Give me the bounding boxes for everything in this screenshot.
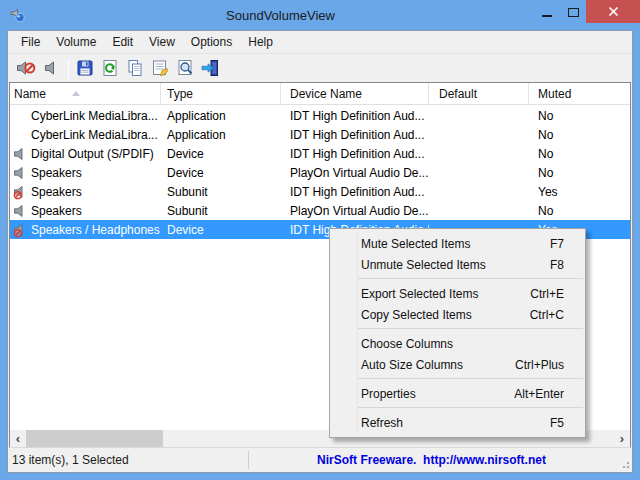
- table-row[interactable]: Digital Output (S/PDIF) Device IDT High …: [10, 144, 630, 163]
- menu-item-label: Export Selected Items: [361, 287, 478, 301]
- speaker-icon: [13, 203, 29, 219]
- cell-name: CyberLink MediaLibra...: [29, 109, 158, 123]
- mute-selected-button[interactable]: [14, 56, 38, 80]
- menu-item-volume[interactable]: Volume: [48, 32, 104, 52]
- column-header-default[interactable]: Default: [429, 83, 529, 104]
- minimize-icon: [542, 15, 552, 17]
- menu-item-label: Refresh: [361, 416, 403, 430]
- context-menu-item-copy[interactable]: Copy Selected Items Ctrl+C: [330, 304, 585, 325]
- chevron-left-icon: ‹: [16, 432, 20, 445]
- column-header-muted[interactable]: Muted: [529, 83, 630, 104]
- menu-item-edit[interactable]: Edit: [104, 32, 141, 52]
- exit-door-icon: [200, 58, 220, 78]
- cell-type: Subunit: [161, 185, 281, 199]
- menu-separator: [358, 328, 583, 329]
- context-menu-item-choose-columns[interactable]: Choose Columns: [330, 333, 585, 354]
- toolbar-separator: [68, 59, 69, 78]
- column-header-name[interactable]: Name: [10, 83, 161, 104]
- cell-muted: No: [529, 166, 630, 180]
- speaker-icon: [13, 165, 29, 181]
- maximize-button[interactable]: [560, 0, 586, 23]
- properties-button[interactable]: [148, 56, 172, 80]
- table-header: Name Type Device Name Default Muted: [10, 83, 630, 105]
- save-report-button[interactable]: [73, 56, 97, 80]
- menu-item-label: Copy Selected Items: [361, 308, 472, 322]
- no-icon: [12, 127, 29, 143]
- table-row[interactable]: Speakers Device PlayOn Virtual Audio De.…: [10, 163, 630, 182]
- speaker-icon: [41, 58, 61, 78]
- menu-separator: [358, 407, 583, 408]
- cell-name: Speakers: [29, 185, 82, 199]
- menu-item-help[interactable]: Help: [240, 32, 281, 52]
- cell-muted: No: [529, 204, 630, 218]
- context-menu-item-auto-size-columns[interactable]: Auto Size Columns Ctrl+Plus: [330, 354, 585, 375]
- toolbar: [8, 53, 632, 82]
- cell-muted: Yes: [529, 185, 630, 199]
- copy-selected-button[interactable]: [123, 56, 147, 80]
- context-menu-item-properties[interactable]: Properties Alt+Enter: [330, 383, 585, 404]
- menu-item-label: Auto Size Columns: [361, 358, 463, 372]
- speaker-mute-icon: [16, 58, 36, 78]
- table-row[interactable]: CyberLink MediaLibra... Application IDT …: [10, 125, 630, 144]
- column-header-label: Muted: [538, 87, 571, 101]
- unmute-selected-button[interactable]: [39, 56, 63, 80]
- cell-type: Device: [161, 223, 281, 237]
- cell-name: Speakers: [29, 166, 82, 180]
- scroll-right-button[interactable]: ›: [614, 430, 630, 447]
- cell-muted: No: [529, 128, 630, 142]
- context-menu-item-refresh[interactable]: Refresh F5: [330, 412, 585, 433]
- speaker-muted-icon: [13, 184, 29, 200]
- column-header-type[interactable]: Type: [161, 83, 281, 104]
- context-menu-item-unmute[interactable]: Unmute Selected Items F8: [330, 254, 585, 275]
- table-row[interactable]: Speakers Subunit IDT High Definition Aud…: [10, 182, 630, 201]
- properties-icon: [150, 58, 170, 78]
- cell-type: Application: [161, 128, 281, 142]
- context-menu: Mute Selected Items F7 Unmute Selected I…: [329, 228, 586, 438]
- minimize-button[interactable]: [534, 0, 560, 23]
- cell-name: CyberLink MediaLibra...: [29, 128, 158, 142]
- refresh-button[interactable]: [98, 56, 122, 80]
- status-item-count: 13 item(s), 1 Selected: [12, 453, 129, 467]
- table-row[interactable]: CyberLink MediaLibra... Application IDT …: [10, 106, 630, 125]
- cell-type: Device: [161, 166, 281, 180]
- cell-device-name: IDT High Definition Aud...: [281, 128, 429, 142]
- menu-item-shortcut: Ctrl+Plus: [515, 358, 564, 372]
- cell-name: Speakers: [29, 204, 82, 218]
- scroll-left-button[interactable]: ‹: [10, 430, 26, 447]
- context-menu-item-export[interactable]: Export Selected Items Ctrl+E: [330, 283, 585, 304]
- table-row[interactable]: Speakers Subunit PlayOn Virtual Audio De…: [10, 201, 630, 220]
- speaker-muted-icon: [13, 222, 29, 238]
- maximize-icon: [568, 8, 579, 17]
- copy-icon: [125, 58, 145, 78]
- column-header-label: Name: [14, 87, 46, 101]
- app-window: SoundVolumeView File Volume Edit View O: [0, 0, 640, 480]
- menu-item-shortcut: F8: [550, 258, 564, 272]
- resize-grip[interactable]: [620, 459, 630, 469]
- menu-item-options[interactable]: Options: [183, 32, 240, 52]
- scrollbar-thumb[interactable]: [26, 430, 163, 447]
- cell-type: Application: [161, 109, 281, 123]
- nirsoft-freeware-link[interactable]: NirSoft Freeware. http://www.nirsoft.net: [249, 453, 614, 467]
- window-controls: [534, 0, 640, 23]
- menu-item-shortcut: Ctrl+E: [530, 287, 564, 301]
- menu-item-file[interactable]: File: [13, 32, 48, 52]
- column-header-label: Device Name: [290, 87, 362, 101]
- menu-item-shortcut: F7: [550, 237, 564, 251]
- find-button[interactable]: [173, 56, 197, 80]
- chevron-right-icon: ›: [620, 432, 624, 445]
- cell-type: Subunit: [161, 204, 281, 218]
- app-speaker-icon[interactable]: [9, 6, 27, 24]
- menu-item-view[interactable]: View: [141, 32, 183, 52]
- exit-button[interactable]: [198, 56, 222, 80]
- cell-device-name: IDT High Definition Aud...: [281, 109, 429, 123]
- titlebar[interactable]: SoundVolumeView: [0, 0, 640, 30]
- close-button[interactable]: [586, 0, 640, 23]
- speaker-icon: [13, 146, 29, 162]
- column-header-device-name[interactable]: Device Name: [281, 83, 429, 104]
- context-menu-item-mute[interactable]: Mute Selected Items F7: [330, 233, 585, 254]
- menu-item-label: Mute Selected Items: [361, 237, 470, 251]
- no-icon: [12, 108, 29, 124]
- menu-item-shortcut: Ctrl+C: [530, 308, 564, 322]
- cell-device-name: IDT High Definition Aud...: [281, 185, 429, 199]
- menu-item-label: Properties: [361, 387, 416, 401]
